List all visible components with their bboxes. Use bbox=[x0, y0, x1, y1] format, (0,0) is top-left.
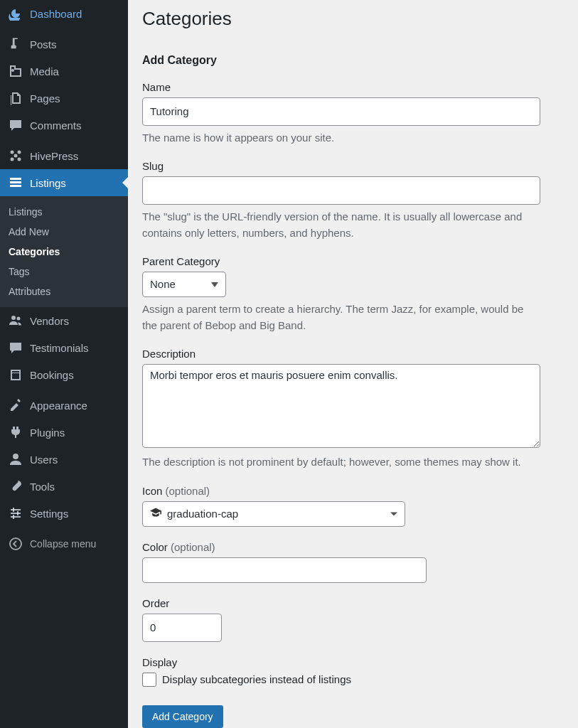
sidebar-item-media[interactable]: Media bbox=[0, 58, 128, 85]
sidebar-item-label: Vendors bbox=[30, 315, 69, 327]
svg-point-5 bbox=[11, 316, 16, 320]
parent-label: Parent Category bbox=[142, 255, 564, 267]
sidebar-item-label: Comments bbox=[30, 119, 82, 132]
svg-rect-11 bbox=[13, 508, 14, 512]
sidebar-item-vendors[interactable]: Vendors bbox=[0, 307, 128, 334]
tools-icon bbox=[9, 479, 23, 493]
icon-select[interactable]: graduation-cap bbox=[142, 501, 405, 527]
sidebar-item-label: Listings bbox=[30, 177, 66, 189]
parent-select[interactable]: None bbox=[142, 272, 226, 297]
display-checkbox[interactable] bbox=[142, 673, 156, 687]
field-name: Name The name is how it appears on your … bbox=[142, 81, 564, 146]
color-label: Color (optional) bbox=[142, 541, 564, 553]
icon-value: graduation-cap bbox=[167, 503, 238, 525]
collapse-label: Collapse menu bbox=[30, 538, 96, 550]
slug-help: The "slug" is the URL-friendly version o… bbox=[142, 209, 540, 241]
sidebar-item-bookings[interactable]: Bookings bbox=[0, 361, 128, 388]
field-color: Color (optional) bbox=[142, 541, 564, 583]
page-title: Categories bbox=[142, 7, 564, 31]
sidebar-subitem-categories[interactable]: Categories bbox=[0, 242, 128, 262]
slug-label: Slug bbox=[142, 160, 564, 172]
sidebar-item-label: Tools bbox=[30, 481, 55, 493]
order-label: Order bbox=[142, 597, 564, 609]
sidebar-item-label: Appearance bbox=[30, 400, 87, 412]
sidebar-item-label: Media bbox=[30, 65, 59, 77]
sidebar-submenu: Listings Add New Categories Tags Attribu… bbox=[0, 196, 128, 307]
bookings-icon bbox=[9, 368, 23, 382]
parent-help: Assign a parent term to create a hierarc… bbox=[142, 301, 540, 333]
svg-rect-12 bbox=[17, 511, 18, 515]
main-content: Categories Add Category Name The name is… bbox=[128, 0, 578, 728]
testimonials-icon bbox=[9, 341, 23, 355]
svg-point-0 bbox=[11, 151, 14, 154]
add-category-button[interactable]: Add Category bbox=[142, 705, 223, 728]
sidebar-item-settings[interactable]: Settings bbox=[0, 500, 128, 527]
sidebar-item-plugins[interactable]: Plugins bbox=[0, 419, 128, 446]
sidebar-subitem-attributes[interactable]: Attributes bbox=[0, 282, 128, 301]
sidebar-item-listings[interactable]: Listings bbox=[0, 169, 128, 196]
svg-rect-13 bbox=[13, 515, 14, 519]
media-icon bbox=[9, 64, 23, 78]
dashboard-icon bbox=[9, 6, 23, 21]
field-slug: Slug The "slug" is the URL-friendly vers… bbox=[142, 160, 564, 241]
sidebar-item-label: Posts bbox=[30, 38, 57, 50]
hivepress-icon bbox=[9, 149, 23, 163]
sidebar-item-label: HivePress bbox=[30, 150, 78, 162]
name-label: Name bbox=[142, 81, 564, 93]
svg-point-2 bbox=[11, 158, 14, 161]
sidebar-item-comments[interactable]: Comments bbox=[0, 112, 128, 139]
svg-rect-10 bbox=[11, 516, 21, 518]
slug-input[interactable] bbox=[142, 176, 540, 205]
sidebar-item-appearance[interactable]: Appearance bbox=[0, 392, 128, 419]
svg-point-4 bbox=[14, 154, 18, 158]
comments-icon bbox=[9, 118, 23, 132]
sidebar-item-posts[interactable]: Posts bbox=[0, 31, 128, 58]
display-label: Display bbox=[142, 656, 564, 668]
graduation-cap-icon bbox=[150, 503, 161, 525]
sidebar-item-label: Testimonials bbox=[30, 342, 89, 354]
listings-icon bbox=[9, 176, 23, 190]
sidebar-item-dashboard[interactable]: Dashboard bbox=[0, 0, 128, 27]
settings-icon bbox=[9, 506, 23, 520]
sidebar-item-label: Bookings bbox=[30, 369, 74, 381]
sidebar-item-label: Plugins bbox=[30, 427, 65, 439]
collapse-menu[interactable]: Collapse menu bbox=[0, 530, 128, 557]
sidebar-subitem-listings[interactable]: Listings bbox=[0, 202, 128, 222]
color-input[interactable] bbox=[142, 557, 427, 583]
sidebar-item-pages[interactable]: Pages bbox=[0, 85, 128, 112]
field-parent: Parent Category None Assign a parent ter… bbox=[142, 255, 564, 333]
svg-rect-9 bbox=[11, 513, 21, 514]
field-description: Description The description is not promi… bbox=[142, 348, 564, 471]
svg-point-6 bbox=[17, 317, 21, 321]
field-order: Order bbox=[142, 597, 564, 642]
order-input[interactable] bbox=[142, 614, 222, 642]
sidebar-item-label: Dashboard bbox=[30, 8, 82, 20]
svg-point-14 bbox=[10, 538, 21, 550]
sidebar-item-label: Users bbox=[30, 454, 58, 466]
name-input[interactable] bbox=[142, 97, 540, 126]
sidebar-subitem-add-new[interactable]: Add New bbox=[0, 222, 128, 242]
sidebar-item-testimonials[interactable]: Testimonials bbox=[0, 334, 128, 361]
description-label: Description bbox=[142, 348, 564, 360]
svg-rect-8 bbox=[11, 509, 21, 510]
collapse-icon bbox=[9, 537, 23, 551]
svg-point-1 bbox=[18, 151, 21, 154]
name-help: The name is how it appears on your site. bbox=[142, 130, 540, 146]
sidebar-item-label: Settings bbox=[30, 508, 68, 520]
admin-sidebar: Dashboard Posts Media Pages Comments Hiv… bbox=[0, 0, 128, 728]
sidebar-item-hivepress[interactable]: HivePress bbox=[0, 142, 128, 169]
display-checkbox-label: Display subcategories instead of listing… bbox=[162, 673, 351, 685]
svg-point-7 bbox=[13, 454, 18, 459]
sidebar-item-users[interactable]: Users bbox=[0, 446, 128, 473]
field-icon: Icon (optional) graduation-cap bbox=[142, 485, 564, 527]
sidebar-subitem-tags[interactable]: Tags bbox=[0, 262, 128, 282]
sidebar-item-tools[interactable]: Tools bbox=[0, 473, 128, 500]
section-title: Add Category bbox=[142, 54, 564, 67]
description-help: The description is not prominent by defa… bbox=[142, 454, 540, 471]
appearance-icon bbox=[9, 398, 23, 412]
description-input[interactable] bbox=[142, 364, 540, 448]
plugins-icon bbox=[9, 425, 23, 439]
svg-point-3 bbox=[18, 158, 21, 161]
pin-icon bbox=[9, 37, 23, 51]
sidebar-item-label: Pages bbox=[30, 92, 60, 105]
